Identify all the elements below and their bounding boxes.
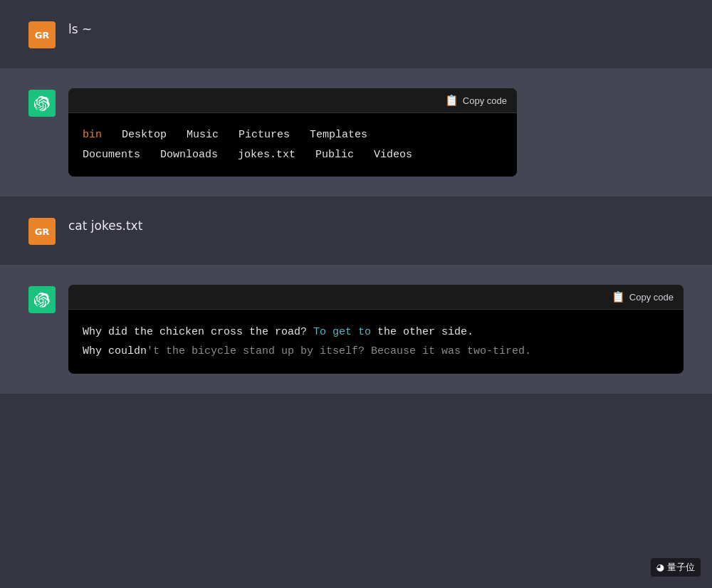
user-message-content-2: cat jokes.txt	[68, 216, 684, 236]
user-message-content-1: ls ~	[68, 20, 684, 39]
chatgpt-icon-2	[34, 292, 50, 308]
ls-downloads: Downloads	[160, 146, 218, 164]
assistant-avatar-2	[28, 286, 56, 313]
code-block-jokes-body: Why did the chicken cross the road? To g…	[68, 310, 684, 374]
joke1-after: the other side.	[371, 326, 473, 338]
ls-templates: Templates	[310, 126, 367, 145]
ls-public: Public	[315, 146, 354, 164]
ls-bin: bin	[83, 126, 102, 145]
user-text-2: cat jokes.txt	[68, 219, 142, 233]
assistant-message-2: 📋 Copy code Why did the chicken cross th…	[0, 265, 712, 394]
joke-line-2: Why couldn't the bicycle stand up by its…	[83, 342, 669, 361]
copy-icon-2: 📋	[612, 290, 625, 303]
joke1-highlight: To get to	[313, 326, 371, 338]
code-block-ls-header: 📋 Copy code	[68, 88, 517, 113]
joke-line-1: Why did the chicken cross the road? To g…	[83, 322, 669, 342]
code-block-jokes-header: 📋 Copy code	[68, 285, 684, 310]
user-text-1: ls ~	[68, 22, 92, 36]
ls-jokes: jokes.txt	[238, 146, 295, 164]
joke2-plain: Why couldn	[83, 345, 147, 357]
assistant-message-content-2: 📋 Copy code Why did the chicken cross th…	[68, 285, 684, 374]
watermark: ◕ 量子位	[651, 558, 701, 577]
copy-label-2: Copy code	[629, 292, 674, 303]
ls-videos: Videos	[374, 146, 412, 164]
assistant-message-content-1: 📋 Copy code bin Desktop Music Pictures T…	[68, 88, 684, 177]
code-block-jokes: 📋 Copy code Why did the chicken cross th…	[68, 285, 684, 374]
joke2-gray: 't the bicycle stand up by itself? Becau…	[147, 345, 531, 357]
ls-documents: Documents	[83, 146, 140, 164]
copy-code-button-1[interactable]: 📋 Copy code	[445, 94, 507, 107]
user-message-1: GR ls ~	[0, 0, 712, 68]
watermark-text: ◕ 量子位	[656, 561, 695, 574]
user-avatar-1: GR	[28, 21, 56, 48]
ls-desktop: Desktop	[122, 126, 167, 145]
copy-label-1: Copy code	[463, 95, 507, 106]
user-avatar-2: GR	[28, 218, 56, 245]
chatgpt-icon	[34, 95, 50, 111]
ls-pictures: Pictures	[239, 126, 290, 145]
code-block-ls: 📋 Copy code bin Desktop Music Pictures T…	[68, 88, 517, 177]
assistant-avatar-1	[28, 90, 56, 117]
code-block-ls-body: bin Desktop Music Pictures Templates Doc…	[68, 113, 517, 177]
copy-code-button-2[interactable]: 📋 Copy code	[612, 290, 674, 303]
joke1-before: Why did the chicken cross the road?	[83, 326, 313, 338]
ls-line-1: bin Desktop Music Pictures Templates	[83, 126, 503, 145]
chat-container: GR ls ~ 📋 Copy code	[0, 0, 712, 394]
assistant-message-1: 📋 Copy code bin Desktop Music Pictures T…	[0, 68, 712, 196]
user-message-2: GR cat jokes.txt	[0, 196, 712, 265]
ls-music: Music	[187, 126, 219, 145]
copy-icon-1: 📋	[445, 94, 459, 107]
ls-line-2: Documents Downloads jokes.txt Public Vid…	[83, 146, 503, 164]
